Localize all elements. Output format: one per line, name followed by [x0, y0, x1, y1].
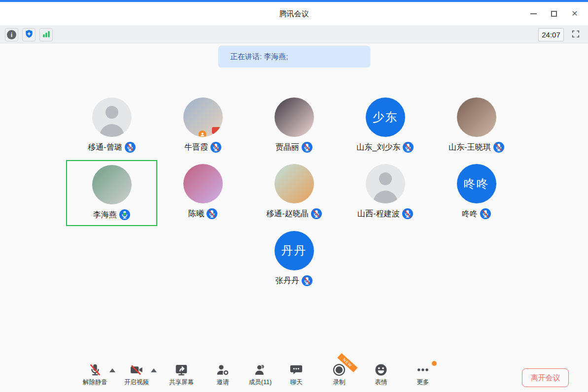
- toolbar-item-label: 录制: [333, 378, 346, 387]
- toolbar-record-button[interactable]: NEW录制: [332, 362, 346, 387]
- participant-name: 贾晶丽: [276, 142, 299, 153]
- toolbar-share-screen-button[interactable]: 共享屏幕: [169, 362, 194, 387]
- window-title: 腾讯会议: [0, 2, 588, 26]
- participant-tile[interactable]: 移通-赵晓晶: [248, 160, 340, 226]
- shield-plus-icon: [24, 29, 34, 41]
- toolbar-mic-muted-button[interactable]: 解除静音: [83, 362, 107, 387]
- meeting-info-button[interactable]: i: [5, 28, 18, 41]
- mic-muted-icon: [88, 362, 103, 377]
- member-role-badge-icon: [198, 131, 206, 137]
- mic-muted-icon[interactable]: [402, 208, 413, 219]
- participant-tile[interactable]: 贾晶丽: [248, 94, 340, 160]
- participant-name: 移通-曾璐: [88, 142, 122, 153]
- participant-name: 山东_刘少东: [357, 142, 401, 153]
- flag-sticker-decoration: [212, 127, 221, 134]
- participant-tile[interactable]: 移通-曾璐: [66, 94, 157, 160]
- options-expand-arrow-icon[interactable]: [109, 368, 115, 372]
- mic-muted-icon[interactable]: [311, 208, 322, 219]
- participant-name: 张丹丹: [276, 276, 299, 286]
- participant-name-row: 移通-曾璐: [88, 142, 135, 153]
- signal-bars-icon: [41, 29, 51, 41]
- avatar-initials-text: 咚咚: [464, 176, 489, 192]
- participant-tile[interactable]: 山东-王晓琪: [431, 94, 522, 160]
- mic-muted-icon[interactable]: [210, 142, 221, 153]
- mic-muted-icon[interactable]: [302, 142, 312, 153]
- participant-name: 陈曦: [188, 209, 204, 219]
- network-quality-button[interactable]: [39, 28, 53, 41]
- participant-tile[interactable]: 丹丹张丹丹: [248, 227, 340, 293]
- participant-avatar: [183, 164, 223, 203]
- participant-row-3: 丹丹张丹丹: [0, 227, 588, 293]
- toolbar-item-label: 解除静音: [83, 378, 107, 387]
- close-icon: ✕: [571, 10, 578, 18]
- meeting-security-button[interactable]: [22, 28, 35, 41]
- info-icon: i: [7, 30, 16, 39]
- toolbar-item-label: 共享屏幕: [169, 378, 194, 387]
- leave-meeting-button[interactable]: 离开会议: [522, 368, 569, 387]
- participant-name: 山西-程建波: [357, 209, 399, 219]
- participant-name-row: 牛晋霞: [184, 142, 221, 153]
- avatar-initials-text: 少东: [373, 109, 398, 125]
- avatar-initials-text: 丹丹: [281, 243, 307, 259]
- participant-tile[interactable]: 陈曦: [157, 160, 248, 226]
- participant-avatar: [275, 164, 314, 203]
- close-button[interactable]: ✕: [566, 6, 583, 21]
- emoji-icon: [374, 362, 388, 377]
- participant-tile[interactable]: 少东山东_刘少东: [340, 94, 431, 160]
- mic-muted-icon[interactable]: [493, 142, 504, 153]
- toolbar-item-label: 邀请: [217, 378, 229, 387]
- toolbar-item-label: 表情: [375, 378, 387, 387]
- meeting-status-bar: i 24:07: [0, 26, 588, 43]
- mic-active-icon[interactable]: [119, 209, 130, 220]
- toolbar-item-label: 更多: [417, 378, 429, 387]
- camera-off-icon: [129, 362, 144, 377]
- maximize-button[interactable]: [546, 6, 562, 21]
- participant-name-row: 张丹丹: [276, 275, 312, 286]
- fullscreen-icon: [571, 29, 581, 41]
- participant-tile[interactable]: 咚咚咚咚: [431, 160, 522, 226]
- meeting-control-bar: 解除静音开启视频共享屏幕邀请成员(11)聊天NEW录制表情更多 离开会议: [0, 358, 588, 392]
- toolbar-invite-button[interactable]: 邀请: [215, 362, 230, 387]
- toolbar-members-button[interactable]: 成员(11): [249, 362, 272, 387]
- toolbar-camera-off-button[interactable]: 开启视频: [124, 362, 149, 387]
- record-icon: NEW: [332, 362, 346, 377]
- participant-avatar: [275, 98, 314, 137]
- more-icon: [415, 362, 430, 377]
- participant-name-row: 李海燕: [93, 209, 130, 220]
- participant-name-row: 山西-程建波: [357, 208, 413, 219]
- minimize-button[interactable]: [525, 6, 542, 21]
- participant-avatar: [183, 98, 223, 137]
- mic-muted-icon[interactable]: [302, 275, 312, 286]
- invite-icon: [215, 362, 230, 377]
- participant-avatar: [457, 98, 496, 137]
- members-icon: [253, 362, 268, 377]
- participant-tile[interactable]: 牛晋霞: [157, 94, 248, 160]
- mic-muted-icon[interactable]: [207, 208, 217, 219]
- chat-icon: [289, 362, 304, 377]
- participant-tile[interactable]: 李海燕: [66, 160, 157, 226]
- participant-name: 咚咚: [462, 209, 478, 219]
- participant-avatar: [366, 164, 405, 203]
- participant-avatar-initials: 咚咚: [457, 164, 496, 203]
- participant-tile[interactable]: 山西-程建波: [340, 160, 431, 226]
- mic-muted-icon[interactable]: [125, 142, 136, 153]
- participant-avatar-initials: 少东: [366, 98, 405, 137]
- speaking-banner: 正在讲话: 李海燕;: [218, 46, 370, 67]
- toolbar-chat-button[interactable]: 聊天: [289, 362, 304, 387]
- toolbar-more-button[interactable]: 更多: [415, 362, 430, 387]
- participant-name: 移通-赵晓晶: [266, 209, 308, 219]
- mic-muted-icon[interactable]: [403, 142, 414, 153]
- participant-name-row: 贾晶丽: [276, 142, 312, 153]
- control-bar-items: 解除静音开启视频共享屏幕邀请成员(11)聊天NEW录制表情更多: [0, 358, 588, 392]
- status-icons: i: [5, 28, 53, 41]
- options-expand-arrow-icon[interactable]: [151, 368, 157, 372]
- participant-grid-area: 正在讲话: 李海燕; 移通-曾璐牛晋霞贾晶丽少东山东_刘少东山东-王晓琪 李海燕…: [0, 43, 588, 358]
- fullscreen-button[interactable]: [569, 28, 582, 41]
- mic-muted-icon[interactable]: [480, 208, 491, 219]
- participant-name-row: 陈曦: [188, 208, 217, 219]
- participant-name-row: 山东-王晓琪: [449, 142, 504, 153]
- title-bar: 腾讯会议 ✕: [0, 2, 588, 26]
- participant-name: 李海燕: [93, 210, 117, 220]
- toolbar-emoji-button[interactable]: 表情: [374, 362, 388, 387]
- participant-avatar: [92, 165, 132, 204]
